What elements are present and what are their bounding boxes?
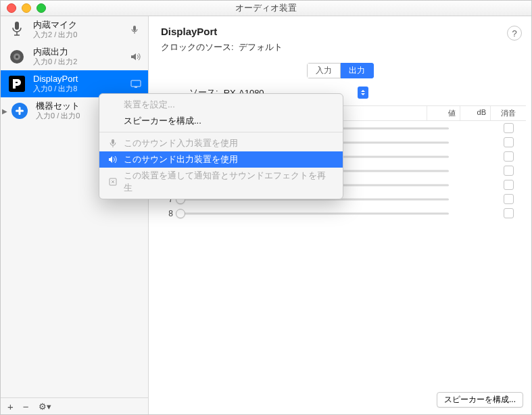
mute-checkbox[interactable] [504,123,514,133]
window: オーディオ装置 内蔵マイク 入力2 / 出力0 [0,0,532,415]
clock-source-value: デフォルト [239,42,283,52]
device-builtin-mic[interactable]: 内蔵マイク 入力2 / 出力0 [1,16,148,43]
menu-label: このサウンド出力装置を使用 [124,153,238,166]
add-device-button[interactable]: + [7,401,14,412]
mute-checkbox[interactable] [504,166,514,176]
speaker-icon [7,47,26,66]
sidebar: 内蔵マイク 入力2 / 出力0 内蔵出力 入力0 / 出力2 [1,16,149,414]
device-name: 内蔵出力 [33,47,124,57]
window-body: 内蔵マイク 入力2 / 出力0 内蔵出力 入力0 / 出力2 [1,16,531,414]
mute-cell [495,137,522,147]
menu-configure-device[interactable]: 装置を設定... [99,97,343,113]
disclosure-triangle-icon[interactable]: ▶ [2,107,9,115]
aggregate-icon [10,101,29,120]
svg-rect-9 [16,82,18,83]
zoom-button[interactable] [37,3,46,13]
channel-number: 8 [154,209,177,218]
menu-configure-speakers[interactable]: スピーカーを構成... [99,113,343,129]
device-title: DisplayPort [161,26,519,37]
device-builtin-output[interactable]: 内蔵出力 入力0 / 出力2 [1,43,148,70]
svg-rect-14 [19,107,21,115]
svg-point-7 [16,55,18,58]
tab-output[interactable]: 出力 [341,63,374,78]
col-mute: 消音 [491,106,526,120]
mute-cell [495,208,522,218]
titlebar: オーディオ装置 [1,1,531,16]
mic-level-icon [130,25,143,34]
menu-label: この装置を通して通知音とサウンドエフェクトを再生 [124,170,333,194]
gear-menu-button[interactable]: ⚙︎▾ [39,402,51,411]
mute-cell [495,151,522,162]
mute-checkbox[interactable] [504,180,514,190]
device-sub: 入力0 / 出力8 [33,84,124,93]
minimize-button[interactable] [22,3,31,13]
clock-source-label: クロックのソース: [161,42,234,52]
alert-sound-icon [107,178,118,186]
remove-device-button[interactable]: − [23,401,29,412]
displayport-icon [7,74,26,93]
volume-slider[interactable] [177,208,449,219]
menu-play-alerts[interactable]: この装置を通して通知音とサウンドエフェクトを再生 [99,168,343,196]
mute-checkbox[interactable] [504,208,514,218]
source-select-stepper[interactable] [358,87,368,99]
menu-label: このサウンド入力装置を使用 [124,137,238,149]
device-sub: 入力2 / 出力0 [33,30,124,39]
mute-cell [495,180,522,190]
close-button[interactable] [7,3,16,13]
help-button[interactable]: ? [507,26,522,41]
microphone-icon [7,20,26,39]
tab-input[interactable]: 入力 [307,63,341,78]
main-footer: スピーカーを構成... [437,392,523,408]
menu-use-input[interactable]: このサウンド入力装置を使用 [99,135,343,151]
svg-rect-15 [112,139,114,144]
svg-rect-0 [15,22,19,30]
window-title: オーディオ装置 [1,2,531,14]
microphone-icon [107,139,118,148]
device-name: DisplayPort [33,74,124,84]
io-tabs: 入力 出力 [149,63,531,78]
col-db: dB [460,106,491,120]
svg-rect-10 [131,80,141,87]
mute-cell [495,166,522,176]
mute-cell [495,194,522,204]
configure-speakers-button[interactable]: スピーカーを構成... [437,392,523,408]
device-list: 内蔵マイク 入力2 / 出力0 内蔵出力 入力0 / 出力2 [1,16,148,397]
channel-row: 8 [154,206,526,220]
gear-context-menu: 装置を設定... スピーカーを構成... このサウンド入力装置を使用 このサウン… [99,93,343,199]
display-output-icon [130,80,143,88]
menu-label: スピーカーを構成... [124,115,201,127]
menu-label: 装置を設定... [124,99,175,111]
volume-icon [130,53,143,61]
mute-cell [495,123,522,133]
menu-separator [99,132,343,132]
col-value: 値 [427,106,460,120]
main-panel: ? DisplayPort クロックのソース: デフォルト 入力 出力 ソース:… [149,16,531,414]
sidebar-footer: + − ⚙︎▾ [1,397,148,414]
svg-rect-3 [133,26,136,31]
volume-icon [107,155,118,164]
device-name: 内蔵マイク [33,20,124,30]
main-header: DisplayPort クロックのソース: デフォルト [149,16,531,60]
traffic-lights [7,3,46,13]
mute-checkbox[interactable] [504,194,514,204]
mute-checkbox[interactable] [504,137,514,147]
device-sub: 入力0 / 出力2 [33,57,124,66]
menu-use-output[interactable]: このサウンド出力装置を使用 [99,151,343,168]
mute-checkbox[interactable] [504,151,514,162]
